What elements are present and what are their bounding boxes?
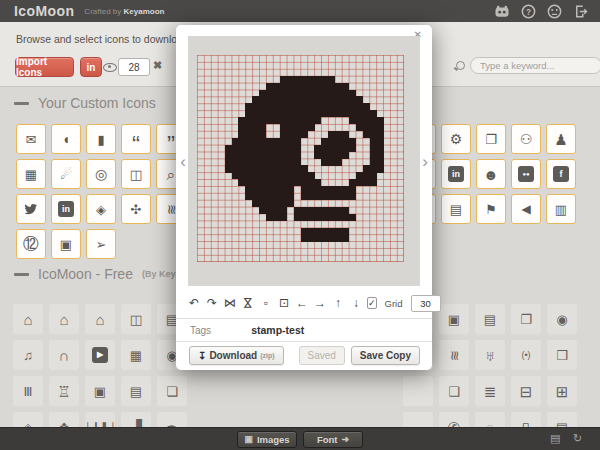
rotate-ccw-icon[interactable]: ↶ <box>188 297 200 309</box>
move-left-icon[interactable]: ← <box>296 297 308 309</box>
icon-tile-half-disc[interactable]: ◖ <box>51 124 81 154</box>
icon-tile-tablet-lock[interactable]: ◫ <box>121 159 151 189</box>
linkedin-2-icon: in <box>448 166 464 182</box>
icon-tile-robot[interactable]: ⚇ <box>511 124 541 154</box>
mascot-icon[interactable] <box>494 5 510 18</box>
icon-tile-megaphone[interactable]: ◀ <box>511 194 541 224</box>
user-icon: ♟ <box>554 132 567 147</box>
flickr-icon: ●● <box>518 166 534 182</box>
linkedin-share-button[interactable]: in <box>80 57 102 77</box>
prev-icon-arrow[interactable]: ‹ <box>178 153 188 170</box>
icon-tile-layers[interactable]: ≣ <box>475 376 505 406</box>
icon-tile-flickr[interactable]: ●● <box>511 159 541 189</box>
icon-tile-portrait[interactable]: ▤ <box>121 376 151 406</box>
icon-tile-museum[interactable]: ♖ <box>49 376 79 406</box>
icon-tile-office[interactable]: ◫ <box>121 304 151 334</box>
visibility-eye-icon[interactable] <box>103 63 117 72</box>
icon-tile-table[interactable]: ▦ <box>16 159 46 189</box>
icon-tile-file[interactable]: ❏ <box>157 376 187 406</box>
icon-tile-twitter[interactable] <box>16 194 46 224</box>
icon-tile-paste[interactable]: ❑ <box>439 376 469 406</box>
icon-tile-target[interactable]: ◎ <box>86 159 116 189</box>
icon-tile-facebook[interactable]: f <box>546 159 576 189</box>
icon-tile-wifi[interactable]: ≋ <box>439 340 469 370</box>
download-button[interactable]: ↧ Download (zip) <box>189 346 284 365</box>
icon-tile-play[interactable]: ▶ <box>85 340 115 370</box>
move-down-icon[interactable]: ↓ <box>350 297 362 309</box>
icon-tile-gift-book[interactable]: ▥ <box>546 194 576 224</box>
icon-tile-quote-open[interactable]: “ <box>121 124 151 154</box>
scale-up-icon[interactable]: ⊡ <box>278 297 290 309</box>
icon-tile-hidden[interactable] <box>403 376 433 406</box>
icon-tile-image-3[interactable]: ▣ <box>85 376 115 406</box>
collapse-dash-icon[interactable] <box>14 102 29 105</box>
icon-tile-home-3[interactable]: ⌂ <box>85 304 115 334</box>
grid-size-input[interactable] <box>411 295 441 312</box>
selection-count-input[interactable] <box>118 58 150 76</box>
tags-value[interactable]: stamp-test <box>251 324 304 336</box>
feedback-icon[interactable] <box>547 4 562 19</box>
clear-selection-icon[interactable]: ✖ <box>153 59 162 72</box>
icon-tile-library[interactable]: Ⅲ <box>13 376 43 406</box>
icon-tile-user[interactable]: ♟ <box>546 124 576 154</box>
tag-icon: ◈ <box>96 203 106 216</box>
flip-vertical-icon[interactable]: ⋈ <box>242 297 254 309</box>
table-icon: ▦ <box>25 168 37 181</box>
icon-tile-music[interactable]: ♫ <box>13 340 43 370</box>
icon-tile-home[interactable]: ⌂ <box>13 304 43 334</box>
images-mode-button[interactable]: ▣ Images <box>237 431 297 448</box>
signout-icon[interactable] <box>573 4 588 19</box>
import-icons-button[interactable]: Import Icons <box>15 57 74 77</box>
next-icon-arrow[interactable]: › <box>420 153 430 170</box>
icon-tile-folder[interactable]: ⊟ <box>511 376 541 406</box>
refresh-icon[interactable]: ↻ <box>573 433 582 444</box>
font-mode-button[interactable]: Font ➜ <box>303 431 363 448</box>
icon-tile-calendar[interactable]: ⑫ <box>16 229 46 259</box>
icon-tile-book[interactable]: ❒ <box>547 340 577 370</box>
icon-tile-image-2[interactable]: ▤ <box>475 304 505 334</box>
app-header: IcoMoon Crafted by Keyamoon ? <box>0 0 600 22</box>
icon-tile-flag[interactable]: ⚑ <box>476 194 506 224</box>
collapse-dash-icon-2[interactable] <box>14 273 29 276</box>
icon-tile-headphones[interactable]: ∩ <box>49 340 79 370</box>
icon-tile-photo-frame[interactable]: ▣ <box>51 229 81 259</box>
icon-tile-home-2[interactable]: ⌂ <box>49 304 79 334</box>
icon-tile-linkedin[interactable]: in <box>51 194 81 224</box>
rotate-cw-icon[interactable]: ↷ <box>206 297 218 309</box>
author-link[interactable]: Keyamoon <box>124 7 165 16</box>
icon-tile-credit-card[interactable]: ▤ <box>441 194 471 224</box>
icon-tile-images[interactable]: ❐ <box>511 304 541 334</box>
icon-tile-folder-open[interactable]: ⊞ <box>547 376 577 406</box>
pixel-grid[interactable] <box>197 55 404 262</box>
icon-tile-podcast[interactable]: ♅ <box>475 340 505 370</box>
folder-open-icon: ⊞ <box>556 384 569 399</box>
icon-tile-bar[interactable]: ▮ <box>86 124 116 154</box>
layers-icon: ≣ <box>484 384 497 399</box>
icon-tile-tag[interactable]: ◈ <box>86 194 116 224</box>
comet-icon: ☄ <box>60 168 72 181</box>
icon-tile-image[interactable]: ▣ <box>439 304 469 334</box>
icon-tile-linkedin-2[interactable]: in <box>441 159 471 189</box>
icon-tile-envelope[interactable]: ✉ <box>16 124 46 154</box>
move-right-icon[interactable]: → <box>314 297 326 309</box>
icon-tile-camera[interactable]: ◉ <box>547 304 577 334</box>
icon-tile-comet[interactable]: ☄ <box>51 159 81 189</box>
keyword-search-input[interactable] <box>470 57 600 74</box>
flip-horizontal-icon[interactable]: ⋈ <box>224 297 236 309</box>
scale-down-icon[interactable]: ▫ <box>260 297 272 309</box>
icon-tile-folders[interactable]: ❐ <box>476 124 506 154</box>
grid-checkbox[interactable]: ✓ <box>367 297 377 309</box>
facebook-icon: f <box>553 166 569 182</box>
icon-tile-gears[interactable]: ⚙ <box>441 124 471 154</box>
move-up-icon[interactable]: ↑ <box>332 297 344 309</box>
editor-canvas[interactable] <box>188 36 420 286</box>
icon-tile-burst[interactable]: ✣ <box>121 194 151 224</box>
icon-tile-github[interactable]: ☻ <box>476 159 506 189</box>
icon-tile-paper-plane[interactable]: ➢ <box>86 229 116 259</box>
help-icon[interactable]: ? <box>521 4 536 19</box>
database-icon[interactable]: ▤ <box>550 433 560 444</box>
icon-tile-feed[interactable]: (•) <box>511 340 541 370</box>
save-copy-button[interactable]: Save Copy <box>351 346 420 365</box>
linkedin-icon: in <box>58 201 74 217</box>
icon-tile-film[interactable]: ▦ <box>121 340 151 370</box>
